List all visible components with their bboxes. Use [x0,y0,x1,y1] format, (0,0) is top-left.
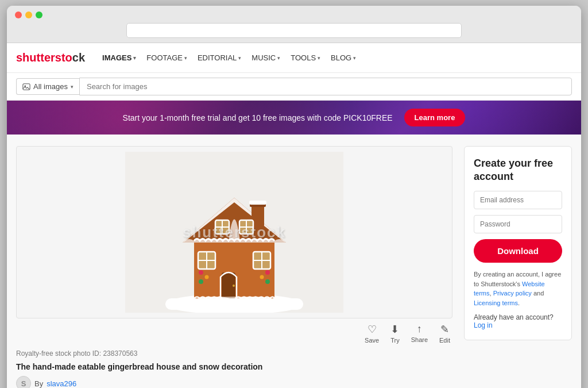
chevron-down-icon: ▾ [353,55,356,61]
logo-dot: o [65,51,72,64]
dot-maximize[interactable] [36,11,42,18]
svg-point-30 [205,275,209,279]
search-bar: All images ▾ [7,73,581,101]
chevron-down-icon: ▾ [238,55,241,61]
browser-dots [15,11,573,18]
main-content: shutterstock ♡ Save ⬇ Try ↑ Share [7,135,581,388]
nav-item-tools[interactable]: TOOLS ▾ [291,53,320,62]
share-icon: ↑ [417,323,422,335]
image-actions: ♡ Save ⬇ Try ↑ Share ✎ Edit [16,318,452,346]
svg-point-33 [260,275,264,279]
author-link[interactable]: slava296 [47,379,76,388]
nav-item-editorial[interactable]: EDITORIAL ▾ [198,53,241,62]
privacy-policy-link[interactable]: Privacy policy [493,290,532,297]
login-link[interactable]: Log in [474,321,493,329]
search-input[interactable] [79,78,572,95]
search-filter-dropdown[interactable]: All images ▾ [16,78,79,95]
image-icon [22,83,30,91]
main-image: shutterstock [16,146,452,318]
try-button[interactable]: ⬇ Try [390,323,399,344]
save-button[interactable]: ♡ Save [365,323,379,344]
browser-window: shutterstock IMAGES ▾ FOOTAGE ▾ EDITORIA… [7,6,581,388]
share-button[interactable]: ↑ Share [411,323,428,344]
site-content: shutterstock IMAGES ▾ FOOTAGE ▾ EDITORIA… [7,43,581,388]
dot-minimize[interactable] [25,11,32,18]
chevron-down-icon: ▾ [133,55,136,61]
nav-item-images[interactable]: IMAGES ▾ [102,53,136,62]
email-field[interactable] [474,191,562,209]
author-avatar: S [16,376,31,388]
chevron-down-icon: ▾ [277,55,280,61]
top-nav: shutterstock IMAGES ▾ FOOTAGE ▾ EDITORIA… [7,43,581,73]
svg-point-32 [265,270,270,275]
svg-point-29 [199,270,203,275]
nav-item-footage[interactable]: FOOTAGE ▾ [146,53,187,62]
svg-point-34 [265,279,270,284]
dot-close[interactable] [15,11,22,18]
terms-text: By creating an account, I agree to Shutt… [474,270,562,308]
promo-text: Start your 1-month free trial and get 10… [123,113,393,122]
nav-item-blog[interactable]: BLOG ▾ [331,53,356,62]
account-box: Create your free account Download By cre… [464,146,572,340]
learn-more-button[interactable]: Learn more [404,109,466,126]
logo-shutter: shutterst [16,51,65,64]
edit-button[interactable]: ✎ Edit [439,323,450,344]
svg-point-37 [191,297,277,304]
edit-icon: ✎ [440,323,449,336]
author-row: S By slava296 [16,376,452,388]
download-icon: ⬇ [390,323,399,336]
image-section: shutterstock ♡ Save ⬇ Try ↑ Share [16,146,452,388]
logo-stock: ck [72,51,85,64]
svg-point-31 [199,279,203,284]
account-title: Create your free account [474,157,562,183]
login-text: Already have an account? Log in [474,313,562,329]
chevron-down-icon: ▾ [184,55,187,61]
sidebar: Create your free account Download By cre… [464,146,572,388]
password-field[interactable] [474,215,562,233]
chevron-down-icon: ▾ [318,55,320,61]
address-bar[interactable] [126,23,461,38]
svg-point-1 [25,85,26,87]
download-button[interactable]: Download [474,239,562,263]
image-meta: Royalty-free stock photo ID: 238370563 [16,346,452,360]
nav-item-music[interactable]: MUSIC ▾ [252,53,280,62]
browser-chrome [7,6,581,43]
promo-banner: Start your 1-month free trial and get 10… [7,101,581,135]
logo[interactable]: shutterstock [16,51,85,64]
gingerbread-illustration [17,152,452,313]
svg-point-12 [233,285,235,287]
chevron-down-icon: ▾ [71,84,74,90]
image-title: The hand-made eatable gingerbread house … [16,362,452,371]
nav-links: IMAGES ▾ FOOTAGE ▾ EDITORIAL ▾ MUSIC ▾ T… [102,53,356,62]
heart-icon: ♡ [368,323,377,336]
licensing-terms-link[interactable]: Licensing terms [474,299,518,306]
svg-rect-10 [249,201,266,205]
